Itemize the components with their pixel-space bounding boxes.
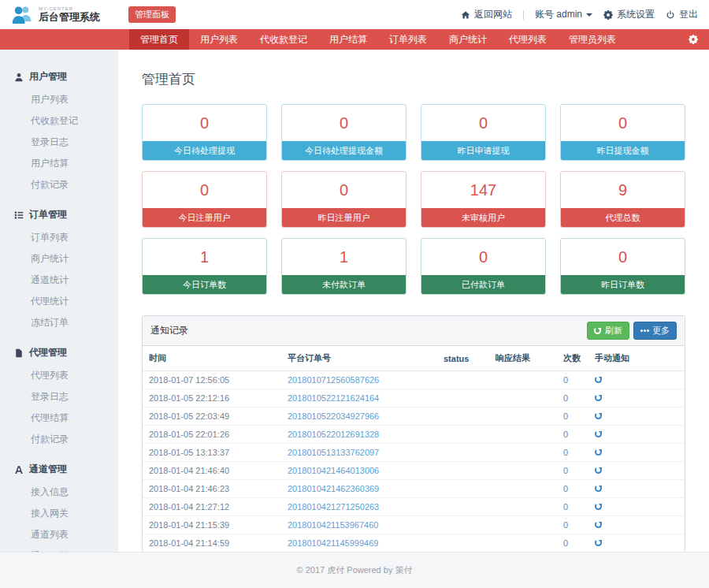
order-link[interactable]: 2018010522034927966	[288, 411, 379, 421]
manual-notify-icon[interactable]	[595, 376, 602, 383]
sidebar-group-title-users[interactable]: 用户管理	[0, 65, 118, 89]
sidebar-group-title-agents[interactable]: 代理管理	[0, 341, 118, 365]
stat-value: 0	[143, 172, 266, 208]
system-settings-link[interactable]: 系统设置	[603, 8, 655, 21]
stat-card-unpaid-orders: 1 未付款订单	[281, 238, 406, 295]
cell-order: 2018010421153967460	[281, 516, 437, 534]
cell-result	[489, 426, 557, 444]
nav-tab-merchant-stats[interactable]: 商户统计	[438, 29, 498, 50]
order-link[interactable]: 2018010421462360369	[288, 484, 379, 493]
sidebar-item-agent-payment-record[interactable]: 付款记录	[0, 429, 118, 450]
col-header-status[interactable]: status	[437, 346, 489, 371]
cell-status	[437, 480, 489, 498]
nav-tab-home[interactable]: 管理首页	[129, 29, 189, 50]
sidebar-item-access-info[interactable]: 接入信息	[0, 482, 118, 503]
sidebar-item-channel-stats[interactable]: 通道统计	[0, 270, 118, 291]
stat-label: 昨日订单数	[561, 275, 685, 294]
notify-records-panel: 通知记录 刷新 更多 时间 平台订单号	[142, 315, 685, 553]
order-link[interactable]: 2018010513133762097	[288, 448, 379, 457]
stat-value: 0	[421, 105, 545, 141]
cell-result	[489, 444, 557, 462]
gear-icon	[689, 35, 698, 44]
stat-label: 代理总数	[561, 208, 685, 227]
order-link[interactable]: 2018010421145999469	[288, 538, 378, 548]
nav-tab-agent-list[interactable]: 代理列表	[498, 29, 558, 50]
sidebar-item-collection-register[interactable]: 代收款登记	[0, 110, 118, 132]
col-header-time[interactable]: 时间	[143, 346, 281, 371]
sidebar-item-channel-list[interactable]: 通道列表	[0, 524, 118, 545]
more-button[interactable]: 更多	[633, 322, 677, 340]
sidebar-item-agent-list[interactable]: 代理列表	[0, 365, 118, 386]
stat-value: 0	[143, 105, 266, 141]
order-link[interactable]: 2018010522121624164	[288, 393, 379, 403]
cell-count: 0	[557, 444, 588, 462]
nav-tab-admin-list[interactable]: 管理员列表	[558, 29, 627, 50]
manual-notify-icon[interactable]	[595, 448, 602, 456]
col-header-manual-notify[interactable]: 手动通知	[588, 346, 685, 371]
ellipsis-icon	[640, 329, 643, 332]
nav-tab-order-list[interactable]: 订单列表	[378, 29, 438, 50]
sidebar-item-user-settle[interactable]: 用户结算	[0, 153, 118, 174]
manual-notify-icon[interactable]	[595, 467, 602, 474]
sidebar: 用户管理 用户列表 代收款登记 登录日志 用户结算 付款记录 订单管理 订单列表…	[0, 50, 118, 552]
cell-count: 0	[557, 498, 588, 516]
order-link[interactable]: 2018010712560587626	[288, 375, 379, 385]
col-header-result[interactable]: 响应结果	[489, 346, 557, 371]
col-header-count[interactable]: 次数	[557, 346, 588, 371]
manual-notify-icon[interactable]	[595, 412, 602, 419]
stat-card-yesterday-withdraw-amount: 0 昨日提现金额	[560, 104, 685, 161]
file-icon	[14, 348, 24, 358]
sidebar-group-title-channels[interactable]: 通道管理	[0, 458, 118, 482]
cell-result	[489, 408, 557, 426]
page-title: 管理首页	[142, 70, 685, 88]
order-link[interactable]: 2018010421271250263	[288, 502, 379, 512]
stat-cards-row-blue: 0 今日待处理提现 0 今日待处理提现金额 0 昨日申请提现 0 昨日提现金额	[142, 104, 685, 161]
manual-notify-icon[interactable]	[595, 503, 602, 510]
account-dropdown[interactable]: 账号 admin	[535, 8, 592, 21]
sidebar-item-agent-stats[interactable]: 代理统计	[0, 291, 118, 312]
cell-count: 0	[557, 426, 588, 444]
manual-notify-icon[interactable]	[595, 430, 602, 437]
sidebar-item-payment-record[interactable]: 付款记录	[0, 174, 118, 195]
sidebar-item-login-log[interactable]: 登录日志	[0, 132, 118, 153]
return-site-link[interactable]: 返回网站	[461, 8, 512, 21]
app-logo[interactable]: MY-CENTER 后台管理系统	[11, 5, 100, 24]
sidebar-item-merchant-stats[interactable]: 商户统计	[0, 248, 118, 270]
stat-card-agent-total: 9 代理总数	[560, 171, 685, 228]
sidebar-item-user-list[interactable]: 用户列表	[0, 89, 118, 110]
stat-value: 1	[143, 239, 266, 275]
nav-tab-user-settle[interactable]: 用户结算	[318, 29, 378, 50]
cell-manual-notify	[588, 426, 685, 444]
stat-value: 147	[421, 172, 545, 208]
stat-card-yesterday-orders: 0 昨日订单数	[560, 238, 685, 295]
sidebar-item-frozen-orders[interactable]: 冻结订单	[0, 312, 118, 333]
sidebar-item-agent-login-log[interactable]: 登录日志	[0, 386, 118, 408]
stat-value: 9	[561, 172, 685, 208]
manual-notify-icon[interactable]	[595, 485, 602, 492]
cell-status	[437, 408, 489, 426]
sidebar-item-agent-settle[interactable]: 代理结算	[0, 408, 118, 429]
manual-notify-icon[interactable]	[595, 539, 602, 546]
cell-result	[489, 462, 557, 480]
sidebar-item-access-gateway[interactable]: 接入网关	[0, 503, 118, 524]
sidebar-group-title-orders[interactable]: 订单管理	[0, 203, 118, 227]
logout-link[interactable]: 登出	[666, 8, 698, 21]
refresh-button[interactable]: 刷新	[587, 322, 629, 340]
cell-manual-notify	[588, 516, 685, 534]
nav-tab-user-list[interactable]: 用户列表	[189, 29, 249, 50]
manual-notify-icon[interactable]	[595, 521, 602, 528]
manual-notify-icon[interactable]	[595, 394, 602, 401]
stat-card-today-registered: 0 今日注册用户	[142, 171, 267, 228]
sidebar-item-order-list[interactable]: 订单列表	[0, 227, 118, 248]
col-header-order[interactable]: 平台订单号	[281, 346, 437, 371]
cell-time: 2018-01-07 12:56:05	[143, 371, 281, 389]
nav-tab-collection-register[interactable]: 代收款登记	[249, 29, 318, 50]
cell-status	[437, 534, 489, 553]
order-link[interactable]: 2018010421464013006	[288, 466, 379, 475]
order-link[interactable]: 2018010421153967460	[288, 520, 378, 530]
nav-settings-button[interactable]	[689, 29, 698, 50]
copyright-text: © 2017 虎付 Powered by 策付	[297, 564, 413, 576]
font-icon	[14, 465, 24, 474]
cell-count: 0	[557, 389, 588, 408]
order-link[interactable]: 2018010522012691328	[288, 430, 379, 439]
